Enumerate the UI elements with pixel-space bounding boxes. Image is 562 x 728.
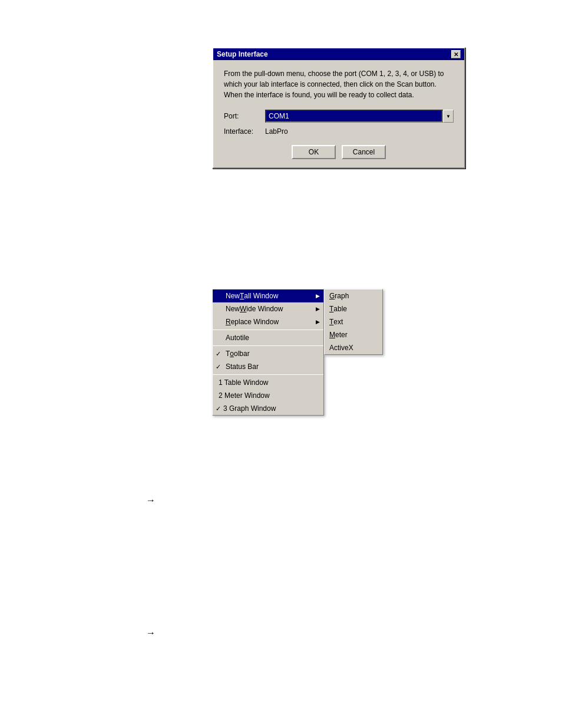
- dialog-titlebar: Setup Interface ✕: [213, 48, 464, 60]
- submenu-item-graph[interactable]: Graph: [325, 289, 382, 302]
- submenu-item-meter[interactable]: Meter: [325, 328, 382, 341]
- menu-item-table-window[interactable]: 1 Table Window: [213, 376, 323, 389]
- dialog-title: Setup Interface: [217, 50, 268, 58]
- menu-item-status-bar[interactable]: Status Bar: [213, 360, 323, 373]
- dialog-description: From the pull-down menu, choose the port…: [224, 68, 454, 100]
- menu-item-toolbar[interactable]: Toolbar: [213, 347, 323, 360]
- menu-item-graph-window[interactable]: 3 Graph Window: [213, 402, 323, 415]
- arrow-indicator-2: →: [146, 628, 156, 638]
- interface-value: LabPro: [265, 127, 288, 136]
- context-menu-area: New Tall Window New Wide Window Replace …: [212, 289, 324, 416]
- submenu-item-activex[interactable]: ActiveX: [325, 341, 382, 354]
- menu-item-autotile[interactable]: Autotile: [213, 331, 323, 344]
- cancel-button[interactable]: Cancel: [342, 145, 386, 159]
- context-menu: New Tall Window New Wide Window Replace …: [212, 289, 324, 416]
- submenu-item-table[interactable]: Table: [325, 302, 382, 315]
- ok-button[interactable]: OK: [292, 145, 336, 159]
- setup-interface-dialog: Setup Interface ✕ From the pull-down men…: [212, 47, 465, 169]
- submenu: Graph Table Text Meter ActiveX: [324, 289, 383, 355]
- dialog-body: From the pull-down menu, choose the port…: [213, 60, 464, 167]
- interface-field: Interface: LabPro: [224, 127, 454, 136]
- separator-3: [213, 374, 323, 375]
- dialog-close-button[interactable]: ✕: [451, 50, 461, 58]
- port-field: Port: COM1 COM2 COM3 COM4 USB ▼: [224, 110, 454, 123]
- dialog-buttons: OK Cancel: [224, 145, 454, 159]
- port-dropdown-button[interactable]: ▼: [443, 110, 454, 123]
- port-label: Port:: [224, 112, 265, 120]
- menu-item-new-wide-window[interactable]: New Wide Window: [213, 302, 323, 315]
- arrow-indicator-1: →: [146, 495, 156, 506]
- menu-item-replace-window[interactable]: Replace Window: [213, 315, 323, 328]
- separator-2: [213, 345, 323, 346]
- port-select[interactable]: COM1 COM2 COM3 COM4 USB: [265, 110, 443, 123]
- menu-item-new-tall-window[interactable]: New Tall Window: [213, 289, 323, 302]
- submenu-item-text[interactable]: Text: [325, 315, 382, 328]
- separator-1: [213, 330, 323, 330]
- menu-item-meter-window[interactable]: 2 Meter Window: [213, 389, 323, 402]
- interface-label: Interface:: [224, 127, 265, 136]
- port-select-wrapper: COM1 COM2 COM3 COM4 USB ▼: [265, 110, 454, 123]
